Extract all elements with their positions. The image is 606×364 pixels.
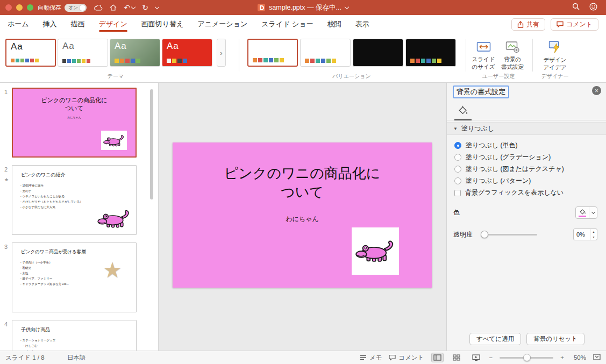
- radio-icon[interactable]: [454, 154, 461, 161]
- close-panel-button[interactable]: ×: [592, 86, 601, 95]
- thumb-title: ピンクのワニの商品化に ついて: [13, 96, 136, 113]
- slide-size-label: スライド のサイズ: [472, 56, 495, 70]
- theme-thumbnail-4[interactable]: Aa: [162, 39, 212, 67]
- paint-bucket-icon: [579, 209, 586, 215]
- current-color-swatch: [579, 216, 586, 217]
- theme-thumbnail-1[interactable]: Aa: [5, 39, 56, 67]
- variation-thumbnail-2[interactable]: [300, 39, 351, 67]
- account-smiley-icon[interactable]: [589, 3, 597, 13]
- tab-insert[interactable]: 挿入: [43, 15, 57, 33]
- thumb-title: ピンクのワニ商品が受ける客層: [21, 249, 136, 255]
- design-ideas-button[interactable]: デザイン アイデア: [540, 40, 570, 71]
- ribbon-tab-bar: ホーム 挿入 描画 デザイン 画面切り替え アニメーション スライド ショー 校…: [0, 15, 606, 33]
- close-window-button[interactable]: [5, 4, 12, 11]
- slide-counter: スライド 1 / 8: [5, 354, 45, 362]
- group-label-user-settings: ユーザー設定: [468, 73, 529, 80]
- fit-slide-button[interactable]: [593, 354, 601, 361]
- more-themes-button[interactable]: ›: [217, 39, 226, 67]
- slide-thumbnail-2[interactable]: ピンクのワニの紹介 ・1995年春に誕生 ・男の子 ・ウチノコといわれたことがあ…: [12, 165, 137, 235]
- fill-option-picture-texture[interactable]: 塗りつぶし (図またはテクスチャ): [454, 165, 606, 173]
- tab-slideshow[interactable]: スライド ショー: [261, 15, 313, 33]
- spin-down-icon[interactable]: ▼: [590, 234, 597, 240]
- tab-view[interactable]: 表示: [355, 15, 369, 33]
- slide-sorter-icon: [453, 354, 460, 361]
- radio-icon[interactable]: [454, 142, 461, 149]
- fill-option-solid[interactable]: 塗りつぶし (単色): [454, 141, 606, 149]
- ribbon-divider: [239, 39, 239, 72]
- current-slide[interactable]: ピンクのワニの商品化に ついて わにちゃん: [173, 142, 432, 288]
- undo-button[interactable]: ↶: [124, 4, 135, 11]
- thumbnails-scrollbar[interactable]: [150, 89, 153, 199]
- transition-indicator-icon: ★: [4, 177, 9, 182]
- slide-subtitle-textbox[interactable]: わにちゃん: [173, 215, 432, 224]
- minimize-window-button[interactable]: [16, 4, 23, 11]
- design-ideas-icon: [548, 40, 561, 54]
- transparency-spinner[interactable]: 0% ▲ ▼: [573, 229, 597, 240]
- transparency-label: 透明度: [453, 230, 473, 239]
- zoom-in-button[interactable]: +: [560, 354, 564, 361]
- fill-option-gradient[interactable]: 塗りつぶし (グラデーション): [454, 153, 606, 161]
- fill-tab[interactable]: [454, 102, 472, 120]
- slide-number: 2: [4, 166, 8, 173]
- tab-animations[interactable]: アニメーション: [197, 15, 247, 33]
- slide-title-textbox[interactable]: ピンクのワニの商品化に ついて: [173, 164, 432, 202]
- theme-palette: [115, 59, 140, 63]
- slider-knob[interactable]: [523, 354, 531, 361]
- tab-draw[interactable]: 描画: [71, 15, 85, 33]
- hide-background-graphics-checkbox[interactable]: 背景グラフィックスを表示しない: [454, 189, 606, 197]
- zoom-out-button[interactable]: −: [489, 354, 493, 361]
- variation-thumbnail-3[interactable]: [353, 39, 403, 67]
- slide-thumbnail-1[interactable]: ピンクのワニの商品化に ついて わにちゃん: [12, 88, 137, 158]
- radio-icon[interactable]: [454, 166, 461, 173]
- autosave-control[interactable]: 自動保存 オン: [38, 4, 87, 12]
- slide-thumbnail-4[interactable]: 子供向け商品 ・ステーショナリーグッズ ・けしごむ ・ノート: [12, 320, 137, 351]
- crocodile-image[interactable]: [352, 227, 399, 275]
- zoom-percentage[interactable]: 50%: [571, 354, 586, 361]
- radio-icon[interactable]: [454, 177, 461, 184]
- zoom-slider[interactable]: [500, 354, 553, 361]
- fill-color-button[interactable]: [575, 206, 597, 219]
- reset-background-button[interactable]: 背景のリセット: [526, 333, 584, 345]
- tab-transitions[interactable]: 画面切り替え: [141, 15, 184, 33]
- format-background-button[interactable]: 背景の 書式設定: [499, 40, 526, 70]
- transparency-slider[interactable]: [481, 231, 537, 238]
- theme-aa-label: Aa: [167, 41, 179, 52]
- tab-review[interactable]: 校閲: [327, 15, 341, 33]
- thumb-title: ピンクのワニの紹介: [21, 172, 136, 179]
- tab-design[interactable]: デザイン: [99, 15, 127, 33]
- comments-label: コメント: [566, 20, 593, 29]
- share-icon: [517, 21, 524, 28]
- document-menu-icon[interactable]: [345, 4, 349, 9]
- cloud-sync-icon[interactable]: [94, 5, 103, 11]
- tab-home[interactable]: ホーム: [8, 15, 29, 33]
- theme-thumbnail-2[interactable]: Aa: [58, 39, 108, 67]
- search-icon[interactable]: [572, 3, 580, 12]
- theme-thumbnail-3[interactable]: Aa: [110, 39, 160, 67]
- normal-view-button[interactable]: [431, 353, 444, 362]
- theme-palette: [62, 59, 90, 63]
- share-button[interactable]: 共有: [511, 18, 545, 31]
- variation-thumbnail-1[interactable]: [247, 39, 298, 67]
- slide-size-button[interactable]: スライド のサイズ: [471, 40, 496, 70]
- slide-sorter-button[interactable]: [451, 353, 463, 362]
- comments-button[interactable]: コメント: [551, 18, 598, 31]
- apply-to-all-button[interactable]: すべてに適用: [469, 333, 521, 345]
- color-dropdown-button[interactable]: [589, 207, 597, 218]
- notes-toggle[interactable]: メモ: [360, 354, 382, 362]
- slideshow-button[interactable]: [470, 353, 482, 362]
- document-title-area[interactable]: sample.pptx — 保存中...: [134, 0, 472, 15]
- spin-up-icon[interactable]: ▲: [590, 229, 597, 234]
- home-icon[interactable]: [110, 4, 117, 11]
- fill-section-header[interactable]: ▼ 塗りつぶし: [447, 122, 606, 135]
- comments-toggle[interactable]: コメント: [389, 354, 424, 362]
- thumb-bullets: ・1995年春に誕生 ・男の子 ・ウチノコといわれたことがある ・さびしがりや（…: [19, 183, 136, 210]
- autosave-toggle[interactable]: オン: [65, 4, 87, 12]
- language-indicator[interactable]: 日本語: [67, 354, 86, 362]
- slide-thumbnail-3[interactable]: ピンクのワニ商品が受ける客層 ・子供向け（〜小学生） ・乳幼児 ・女性 ・親子ペ…: [12, 242, 137, 312]
- checkbox-icon[interactable]: [454, 190, 461, 196]
- slide-size-icon: [476, 40, 491, 53]
- variation-thumbnail-4[interactable]: [405, 39, 456, 67]
- zoom-window-button[interactable]: [27, 4, 33, 11]
- slider-knob[interactable]: [481, 231, 488, 238]
- fill-option-pattern[interactable]: 塗りつぶし (パターン): [454, 177, 606, 185]
